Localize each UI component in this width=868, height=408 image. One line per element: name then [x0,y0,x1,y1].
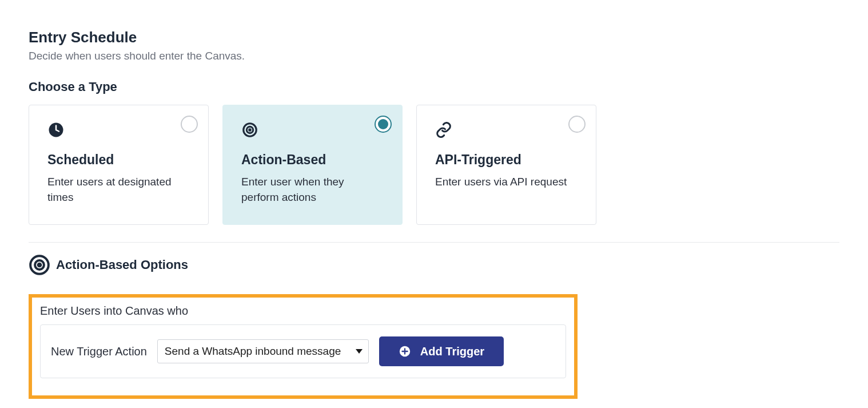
enter-users-label: Enter Users into Canvas who [40,304,566,318]
card-title-api-triggered: API-Triggered [435,152,578,168]
type-card-group: Scheduled Enter users at designated time… [29,105,839,225]
radio-scheduled[interactable] [181,116,198,133]
clock-icon [47,121,65,138]
options-header: Action-Based Options [29,254,839,276]
radio-api-triggered[interactable] [568,116,586,133]
svg-point-3 [249,129,251,131]
page-subtitle: Decide when users should enter the Canva… [29,50,839,62]
plus-circle-icon [399,345,411,358]
card-title-action-based: Action-Based [241,152,384,168]
trigger-action-select[interactable]: Send a WhatsApp inbound message [157,339,369,363]
choose-type-heading: Choose a Type [29,80,839,94]
target-icon [29,254,50,276]
radio-action-based[interactable] [375,116,392,133]
target-icon [241,121,258,138]
card-description-scheduled: Enter users at designated times [47,175,190,205]
trigger-row: New Trigger Action Send a WhatsApp inbou… [40,324,566,378]
add-trigger-button[interactable]: Add Trigger [379,336,504,366]
link-icon [435,121,452,138]
card-description-action-based: Enter user when they perform actions [241,175,384,205]
card-description-api-triggered: Enter users via API request [435,175,578,190]
trigger-action-label: New Trigger Action [51,345,147,358]
page-title: Entry Schedule [29,29,839,46]
trigger-select-value: Send a WhatsApp inbound message [165,345,351,358]
chevron-down-icon [356,349,363,354]
action-based-options-box: Enter Users into Canvas who New Trigger … [29,294,578,399]
svg-point-6 [38,264,41,267]
type-card-scheduled[interactable]: Scheduled Enter users at designated time… [29,105,209,225]
card-title-scheduled: Scheduled [47,152,190,168]
add-trigger-label: Add Trigger [420,345,484,358]
section-divider [29,242,839,243]
type-card-api-triggered[interactable]: API-Triggered Enter users via API reques… [416,105,596,225]
options-header-label: Action-Based Options [56,258,188,272]
type-card-action-based[interactable]: Action-Based Enter user when they perfor… [222,105,403,225]
